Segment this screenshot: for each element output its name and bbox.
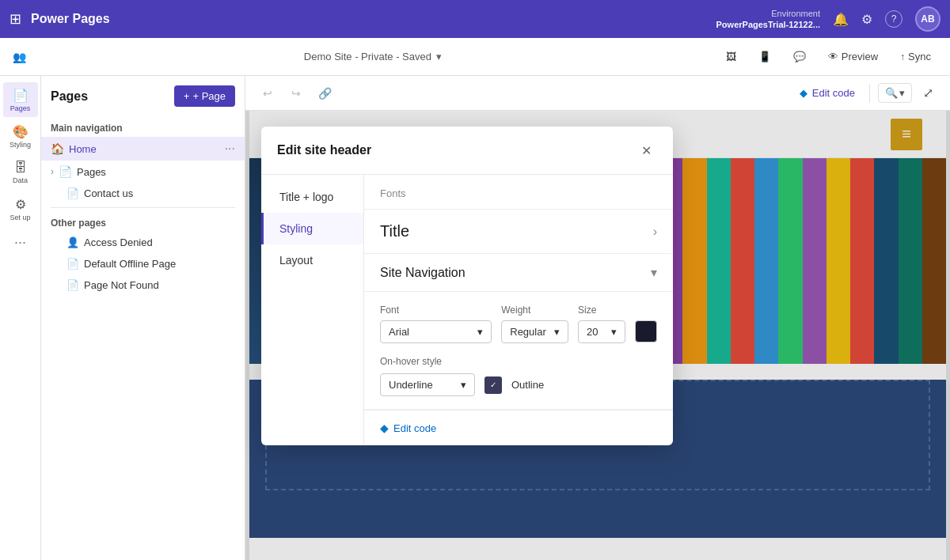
- font-chevron-icon: ▾: [477, 326, 483, 338]
- zoom-chevron: ▾: [899, 87, 905, 99]
- sidebar-more[interactable]: ···: [14, 234, 26, 251]
- eye-icon: 👁: [828, 51, 838, 62]
- home-more-icon[interactable]: ···: [225, 142, 235, 156]
- gallery-button[interactable]: 🖼: [720, 47, 743, 66]
- modal-overlay: Edit site header ✕ Title + logo Styling: [245, 111, 950, 560]
- sidebar-item-pages[interactable]: 📄 Pages: [3, 82, 38, 117]
- preview-button[interactable]: 👁 Preview: [822, 47, 884, 66]
- nav-item-contact-us[interactable]: 📄 Contact us: [41, 183, 245, 204]
- zoom-control[interactable]: 🔍 ▾: [878, 83, 912, 103]
- outline-checkbox[interactable]: ✓: [484, 376, 502, 394]
- environment-name: PowerPagesTrial-12122...: [716, 19, 820, 30]
- site-navigation-content: Font Arial ▾ Weight: [364, 292, 673, 409]
- nav-item-access-denied[interactable]: 👤 Access Denied: [41, 232, 245, 253]
- expand-icon[interactable]: ›: [51, 166, 54, 177]
- font-select-wrapper: Font Arial ▾: [380, 305, 492, 343]
- hover-style-row: On-hover style Underline ▾: [380, 356, 657, 396]
- title-row-label: Title: [380, 222, 409, 240]
- styling-icon: 🎨: [13, 124, 28, 139]
- nav-item-default-offline[interactable]: 📄 Default Offline Page: [41, 253, 245, 274]
- page-doc-icon: 📄: [59, 165, 72, 178]
- grid-icon[interactable]: ⊞: [10, 10, 21, 28]
- weight-select[interactable]: Regular ▾: [501, 320, 568, 343]
- modal-nav-title-logo[interactable]: Title + logo: [261, 181, 363, 213]
- other-pages-label: Other pages: [41, 211, 245, 232]
- hover-style-select[interactable]: Underline ▾: [380, 373, 475, 396]
- site-navigation-header[interactable]: Site Navigation ▾: [364, 254, 673, 292]
- topbar: ⊞ Power Pages Environment PowerPagesTria…: [0, 0, 950, 38]
- zoom-icon: 🔍: [885, 87, 898, 99]
- add-page-button[interactable]: + + Page: [174, 85, 235, 107]
- site-chevron[interactable]: ▾: [436, 51, 442, 62]
- avatar[interactable]: AB: [915, 6, 940, 32]
- default-offline-icon: 📄: [66, 258, 79, 270]
- size-select[interactable]: 20 ▾: [578, 320, 625, 343]
- title-row-arrow: ›: [653, 225, 657, 239]
- size-label: Size: [578, 305, 625, 316]
- nav-item-pages[interactable]: › 📄 Pages: [41, 161, 245, 183]
- modal-nav-styling[interactable]: Styling: [261, 213, 363, 244]
- app-title: Power Pages: [31, 12, 710, 26]
- modal-left-nav: Title + logo Styling Layout: [261, 175, 364, 445]
- font-row: Font Arial ▾ Weight: [380, 305, 657, 343]
- hover-chevron-icon: ▾: [461, 379, 466, 391]
- edit-code-button[interactable]: ◆ Edit code: [793, 84, 861, 102]
- people-icon: 👥: [13, 51, 26, 63]
- sidebar-item-data[interactable]: 🗄 Data: [3, 155, 38, 190]
- title-row[interactable]: Title ›: [364, 210, 673, 254]
- site-name: Demo Site - Private - Saved: [304, 51, 431, 62]
- site-navigation-chevron: ▾: [651, 265, 657, 280]
- color-swatch[interactable]: [635, 320, 657, 342]
- canvas-background: Demo Power Pages Site ≡: [245, 111, 950, 560]
- comment-icon: 💬: [793, 51, 806, 62]
- contact-doc-icon: 📄: [66, 187, 79, 199]
- modal-title: Edit site header: [277, 143, 371, 157]
- site-navigation-section: Site Navigation ▾ Font: [364, 254, 673, 410]
- tablet-icon: 📱: [758, 51, 771, 62]
- size-select-wrapper: Size 20 ▾: [578, 305, 625, 343]
- modal-footer: ◆ Edit code: [364, 410, 673, 445]
- site-navigation-label: Site Navigation: [380, 266, 466, 280]
- sync-icon: ↑: [900, 51, 905, 62]
- pages-panel-header: Pages + + Page: [41, 85, 245, 116]
- bell-icon[interactable]: 🔔: [833, 12, 849, 27]
- tablet-button[interactable]: 📱: [752, 47, 777, 66]
- subbar: 👥 Demo Site - Private - Saved ▾ 🖼 📱 💬 👁 …: [0, 38, 950, 76]
- pages-title: Pages: [51, 89, 88, 104]
- content-area: ↩ ↪ 🔗 ◆ Edit code 🔍 ▾ ⤢ Demo Power Pages: [245, 76, 950, 560]
- close-icon: ✕: [641, 143, 652, 158]
- editor-toolbar: ↩ ↪ 🔗 ◆ Edit code 🔍 ▾ ⤢: [245, 76, 950, 111]
- edit-site-header-modal: Edit site header ✕ Title + logo Styling: [261, 127, 673, 445]
- sidebar-item-styling[interactable]: 🎨 Styling: [3, 119, 38, 153]
- outline-label: Outline: [511, 379, 544, 391]
- home-icon: 🏠: [51, 142, 64, 155]
- pages-panel: Pages + + Page Main navigation 🏠 Home ··…: [41, 76, 245, 560]
- fonts-section-header: Fonts: [364, 175, 673, 210]
- access-denied-icon: 👤: [66, 236, 79, 248]
- comment-button[interactable]: 💬: [787, 47, 812, 66]
- font-label: Font: [380, 305, 492, 316]
- modal-right-content: Fonts Title › Site Na: [364, 175, 673, 445]
- modal-body-layout: Title + logo Styling Layout Fonts: [261, 175, 673, 445]
- environment-info: Environment PowerPagesTrial-12122...: [716, 8, 820, 31]
- setup-icon: ⚙: [15, 197, 26, 212]
- weight-label: Weight: [501, 305, 568, 316]
- modal-close-button[interactable]: ✕: [635, 139, 657, 161]
- sync-button[interactable]: ↑ Sync: [894, 47, 937, 66]
- help-icon[interactable]: ?: [885, 10, 902, 28]
- redo-button[interactable]: ↪: [283, 81, 309, 106]
- font-select[interactable]: Arial ▾: [380, 320, 492, 343]
- gear-icon[interactable]: ⚙: [861, 12, 872, 27]
- sidebar-item-setup[interactable]: ⚙ Set up: [3, 191, 38, 226]
- nav-item-home[interactable]: 🏠 Home ···: [41, 137, 245, 161]
- modal-nav-layout[interactable]: Layout: [261, 244, 363, 276]
- edit-code-link[interactable]: Edit code: [393, 422, 436, 434]
- modal-header: Edit site header ✕: [261, 127, 673, 175]
- nav-item-page-not-found[interactable]: 📄 Page Not Found: [41, 274, 245, 296]
- undo-button[interactable]: ↩: [255, 81, 280, 106]
- expand-button[interactable]: ⤢: [915, 81, 940, 106]
- link-button[interactable]: 🔗: [312, 81, 337, 106]
- gallery-icon: 🖼: [726, 51, 736, 62]
- vscode-icon: ◆: [800, 87, 808, 99]
- page-not-found-icon: 📄: [66, 279, 79, 291]
